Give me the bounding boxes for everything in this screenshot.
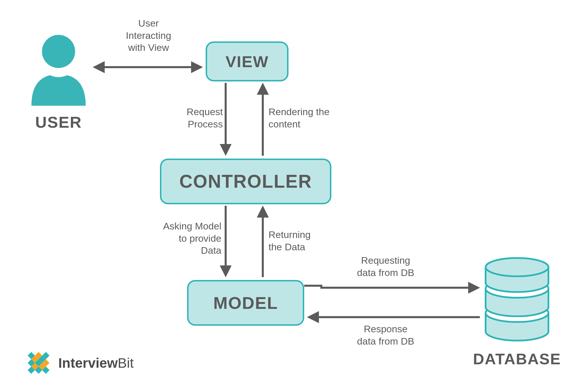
model-node-label: MODEL bbox=[213, 293, 278, 313]
controller-node: CONTROLLER bbox=[160, 159, 331, 204]
svg-point-0 bbox=[42, 35, 75, 68]
logo-icon bbox=[23, 349, 54, 377]
controller-node-label: CONTROLLER bbox=[179, 171, 312, 192]
edge-controller-view-label: Rendering the content bbox=[269, 106, 343, 130]
model-node: MODEL bbox=[187, 280, 304, 326]
view-node-label: VIEW bbox=[225, 52, 269, 71]
database-label: DATABASE bbox=[463, 350, 571, 368]
edge-view-controller-label: Request Process bbox=[171, 106, 223, 130]
logo-text: InterviewBit bbox=[58, 355, 134, 371]
database-icon bbox=[483, 257, 551, 344]
logo-text-bold: Interview bbox=[58, 355, 118, 371]
logo-text-light: Bit bbox=[118, 355, 134, 371]
edge-db-model-response-label: Response data from DB bbox=[346, 323, 426, 347]
edge-controller-model-label: Asking Model to provide Data bbox=[150, 220, 221, 257]
view-node: VIEW bbox=[206, 41, 289, 81]
edge-model-controller-label: Returning the Data bbox=[269, 229, 326, 253]
edge-user-view-label: User Interacting with View bbox=[111, 17, 186, 54]
user-icon bbox=[26, 31, 91, 107]
user-label: USER bbox=[23, 113, 94, 131]
edge-model-db-request-label: Requesting data from DB bbox=[346, 254, 426, 279]
svg-point-15 bbox=[486, 258, 548, 276]
interviewbit-logo: InterviewBit bbox=[23, 349, 134, 377]
